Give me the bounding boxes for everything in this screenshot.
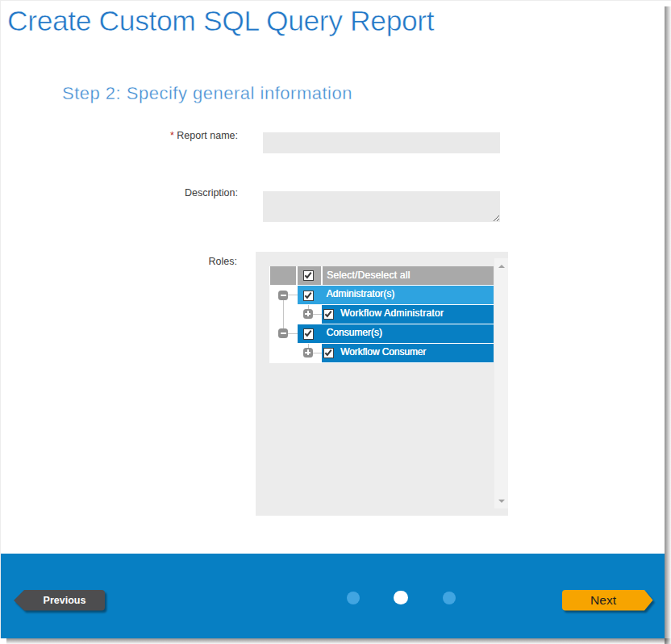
svg-text:Previous: Previous <box>44 595 86 606</box>
svg-text:Next: Next <box>590 593 617 607</box>
